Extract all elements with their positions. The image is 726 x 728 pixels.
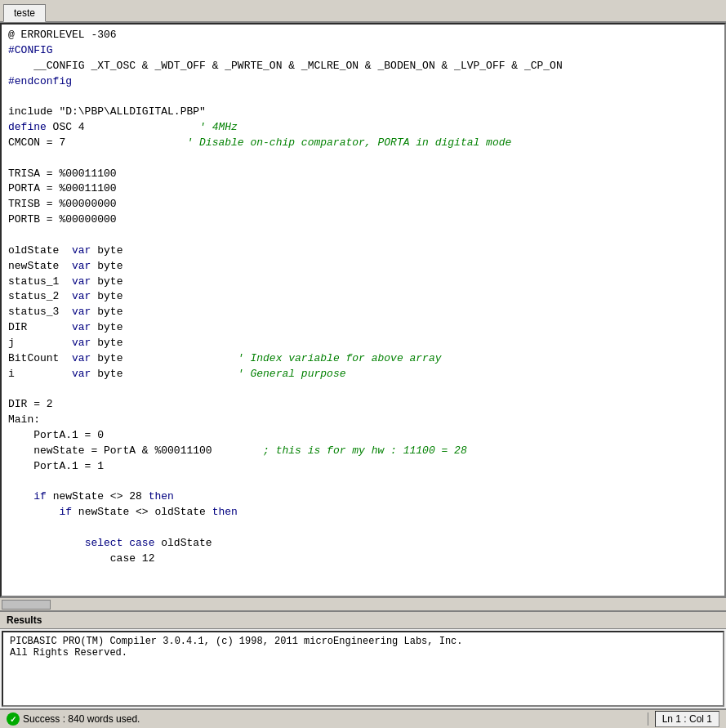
tab-bar: teste	[0, 0, 726, 23]
results-header: Results	[0, 612, 726, 629]
status-success-text: Success : 840 words used.	[23, 713, 140, 725]
results-panel: Results PICBASIC PRO(TM) Compiler 3.0.4.…	[0, 610, 726, 708]
status-bar: ✓ Success : 840 words used. Ln 1 : Col 1	[0, 708, 726, 728]
code-editor[interactable]: @ ERRORLEVEL -306 #CONFIG __CONFIG _XT_O…	[0, 23, 726, 597]
horizontal-scrollbar[interactable]	[0, 597, 726, 610]
results-content: PICBASIC PRO(TM) Compiler 3.0.4.1, (c) 1…	[2, 631, 724, 707]
code-content: @ ERRORLEVEL -306 #CONFIG __CONFIG _XT_O…	[8, 28, 718, 582]
results-line2: All Rights Reserved.	[10, 647, 716, 659]
cursor-position: Ln 1 : Col 1	[655, 711, 719, 727]
results-line1: PICBASIC PRO(TM) Compiler 3.0.4.1, (c) 1…	[10, 636, 716, 647]
status-divider	[648, 712, 648, 726]
status-left: ✓ Success : 840 words used.	[7, 712, 641, 726]
success-icon: ✓	[7, 712, 20, 726]
status-right: Ln 1 : Col 1	[655, 711, 719, 727]
scrollbar-thumb[interactable]	[2, 600, 51, 610]
tab-teste[interactable]: teste	[3, 4, 46, 22]
